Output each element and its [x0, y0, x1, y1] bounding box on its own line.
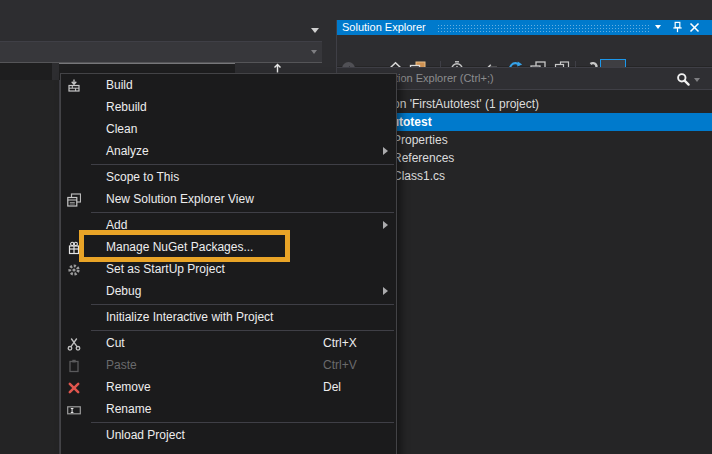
menu-item-label: New Solution Explorer View: [106, 192, 254, 206]
build-icon: [67, 78, 81, 92]
menu-item-shortcut: Ctrl+X: [323, 332, 357, 354]
menu-item-label: Rename: [106, 402, 151, 416]
menu-item-rebuild[interactable]: Rebuild: [61, 96, 396, 118]
gear-icon: [67, 262, 81, 276]
menu-item-shortcut: Ctrl+V: [323, 354, 357, 376]
background-toolbar-dropdown[interactable]: [0, 20, 322, 42]
menu-item-label: Remove: [106, 380, 151, 394]
menu-item-label: Cut: [106, 336, 125, 350]
menu-item-label: Unload Project: [106, 428, 185, 442]
search-icon[interactable]: [676, 72, 691, 87]
paste-icon: [67, 358, 81, 372]
search-options-dropdown-icon[interactable]: [694, 78, 700, 82]
menu-item-paste[interactable]: PasteCtrl+V: [61, 354, 396, 376]
close-icon[interactable]: [689, 22, 700, 33]
project-context-menu: BuildRebuildCleanAnalyzeScope to ThisNew…: [60, 73, 397, 454]
chevron-down-icon: [311, 28, 319, 33]
background-panel-segment: [0, 63, 52, 80]
window-position-menu-button[interactable]: [655, 25, 661, 29]
menu-item-debug[interactable]: Debug: [61, 280, 396, 302]
menu-item-scope-to-this[interactable]: Scope to This: [61, 166, 396, 188]
menu-item-rename[interactable]: Rename: [61, 398, 396, 420]
tree-item-label: References: [393, 149, 454, 167]
annotation-highlight-box: [79, 230, 290, 262]
panel-title: Solution Explorer: [342, 21, 426, 33]
chevron-down-icon: [311, 50, 317, 54]
menu-item-label: Scope to This: [106, 170, 179, 184]
menu-item-label: Set as StartUp Project: [106, 262, 225, 276]
solution-explorer-titlebar[interactable]: Solution Explorer: [337, 20, 712, 35]
menu-item-label: Build: [106, 78, 133, 92]
auto-hide-pin-icon[interactable]: [671, 21, 684, 34]
submenu-arrow-icon: [383, 147, 388, 155]
remove-icon: [67, 380, 81, 394]
submenu-arrow-icon: [383, 221, 388, 229]
menu-item-new-solution-explorer-view[interactable]: New Solution Explorer View: [61, 188, 396, 210]
menu-item-label: Debug: [106, 284, 141, 298]
menu-item-unload-project[interactable]: Unload Project: [61, 424, 396, 446]
titlebar-drag-texture: [437, 24, 649, 32]
visual-studio-window: Solution Explorer: [0, 0, 712, 454]
new-view-icon: [67, 192, 81, 206]
tree-item-label: Class1.cs: [393, 167, 445, 185]
background-combobox[interactable]: [0, 42, 322, 63]
menu-item-initialize-interactive-with-project[interactable]: Initialize Interactive with Project: [61, 306, 396, 328]
menu-item-build[interactable]: Build: [61, 74, 396, 96]
menu-item-label: Clean: [106, 122, 137, 136]
cut-icon: [67, 336, 81, 350]
menu-item-label: Rebuild: [106, 100, 147, 114]
menu-item-cut[interactable]: CutCtrl+X: [61, 332, 396, 354]
menu-item-remove[interactable]: RemoveDel: [61, 376, 396, 398]
menu-item-analyze[interactable]: Analyze: [61, 140, 396, 162]
menu-item-label: Analyze: [106, 144, 149, 158]
submenu-arrow-icon: [383, 287, 388, 295]
rename-icon: [67, 402, 81, 416]
menu-item-label: Paste: [106, 358, 137, 372]
menu-item-shortcut: Del: [323, 376, 341, 398]
left-dock-panel: [0, 80, 60, 454]
tree-item-label: Properties: [393, 131, 448, 149]
menu-item-label: Initialize Interactive with Project: [106, 310, 273, 324]
menu-item-clean[interactable]: Clean: [61, 118, 396, 140]
solution-explorer-toolbar: [337, 35, 712, 66]
